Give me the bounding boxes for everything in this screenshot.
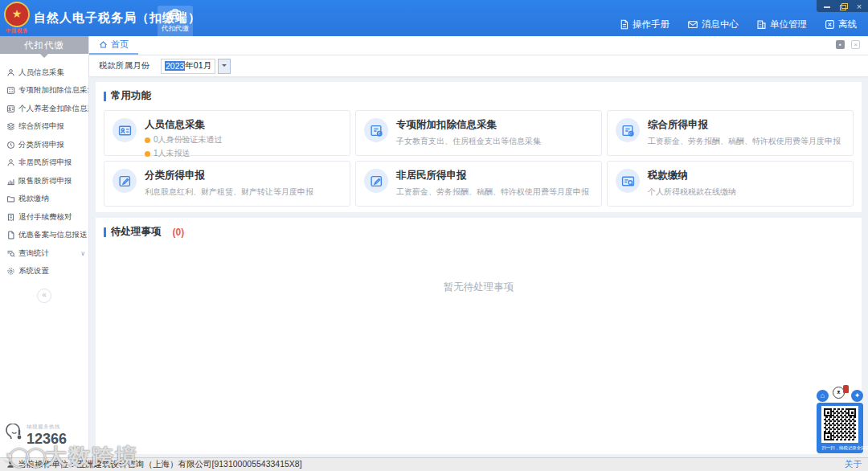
content: 常用功能 人员信息采集 0人身份验证未通过 (89, 76, 868, 457)
menu-manual[interactable]: 操作手册 (619, 18, 669, 31)
qr-caption: 扫一扫，纳税记录全知道 (822, 444, 858, 452)
tab-strip: 首页 ▪ × (89, 36, 868, 55)
function-card-grid: 人员信息采集 0人身份验证未通过 1人未报送 (104, 110, 854, 207)
window-controls: × (817, 0, 868, 12)
card-subtitle: 工资薪金、劳务报酬、稿酬、特许权使用费等月度申报 (396, 186, 589, 198)
folder-icon (6, 195, 15, 203)
restore-icon[interactable] (839, 2, 847, 10)
card-subtitle: 利息股息红利、财产租赁、财产转让等月度申报 (145, 186, 313, 198)
qr-code (821, 406, 858, 443)
section-accent-bar (104, 227, 106, 237)
floating-mascots: ⌂ ᴥ ✦ (817, 387, 863, 403)
todo-title: 待处理事项 (111, 225, 162, 239)
menu-manual-label: 操作手册 (633, 18, 669, 31)
card-title: 人员信息采集 (145, 118, 223, 132)
card-classified-income[interactable]: 分类所得申报 利息股息红利、财产租赁、财产转让等月度申报 (104, 161, 350, 207)
sidebar-item-label: 专项附加扣除信息采集 (18, 85, 88, 96)
sidebar-item-query-statistics[interactable]: 查询统计 ∨ (0, 244, 88, 263)
red-stamp-icon[interactable] (843, 385, 849, 393)
card-subtitle: 个人所得税税款在线缴纳 (648, 186, 736, 198)
card-personnel-info[interactable]: 人员信息采集 0人身份验证未通过 1人未报送 (104, 110, 350, 156)
clock-icon (6, 141, 15, 149)
current-unit-user-icon (6, 461, 14, 469)
sidebar-item-classified-income[interactable]: 分类所得申报 (0, 136, 88, 154)
filter-row: 税款所属月份 2023 年01月 (89, 55, 868, 76)
hotline-number: 12366 (27, 431, 67, 448)
qr-code-panel[interactable]: 扫一扫，纳税记录全知道 (817, 403, 863, 453)
menu-message-label: 消息中心 (702, 18, 739, 31)
todo-panel: 待处理事项 (0) 暂无待处理事项 (96, 218, 862, 454)
sidebar-collapse-button[interactable]: « (37, 289, 51, 303)
card-tax-payment[interactable]: 税款缴纳 个人所得税税款在线缴纳 (607, 161, 854, 207)
robot-assistant-icon[interactable]: ⌂ (817, 390, 829, 402)
main-area: 首页 ▪ × 税款所属月份 2023 年01月 常用功能 (89, 36, 868, 457)
sidebar-item-special-deduction[interactable]: 专项附加扣除信息采集 (0, 82, 88, 100)
deduction-list-icon (6, 86, 15, 95)
common-functions-title: 常用功能 (111, 89, 151, 103)
wallet-icon (169, 9, 182, 20)
document-icon (6, 231, 15, 240)
home-icon (99, 40, 108, 49)
sidebar-item-label: 分类所得申报 (18, 140, 64, 150)
menu-offline[interactable]: 离线 (825, 18, 857, 31)
tax-month-year-selected: 2023 (165, 61, 185, 71)
search-stats-icon (6, 249, 15, 258)
tab-home[interactable]: 首页 (89, 36, 138, 55)
current-unit-text: 当前操作单位：五洲建筑设计咨询（上海）有限公司[9131000055433415… (18, 459, 302, 470)
sidebar-item-preferential-filing[interactable]: 优惠备案与信息报送 ∨ (0, 227, 88, 245)
gear-icon (6, 267, 15, 276)
tax-month-dropdown-button[interactable] (218, 59, 231, 74)
menu-message-center[interactable]: 消息中心 (687, 18, 739, 31)
manual-book-icon (619, 19, 629, 30)
card-comprehensive-income[interactable]: 综合所得申报 工资薪金、劳务报酬、稿酬、特许权使用费等月度申报 (607, 110, 854, 156)
about-link[interactable]: 关于 (845, 459, 862, 470)
tab-close-icon[interactable]: × (851, 40, 860, 49)
minimize-icon[interactable] (823, 2, 831, 10)
qr-widget: ⌂ ᴥ ✦ 扫一扫，纳税记录全知道 (817, 387, 863, 453)
edit-pencil-icon (364, 169, 388, 193)
close-icon[interactable]: × (855, 2, 863, 10)
layers-icon (6, 122, 15, 131)
sidebar-item-refund-fee-check[interactable]: 退付手续费核对 (0, 208, 88, 227)
app-window: ★ 中国税务 自然人电子税务局（扣缴端） 代扣代缴 操作手册 消息中心 单位管理 (0, 0, 868, 471)
card-nonresident-income[interactable]: 非居民所得申报 工资薪金、劳务报酬、稿酬、特许权使用费等月度申报 (355, 161, 602, 207)
tax-month-input[interactable]: 2023 年01月 (161, 59, 215, 74)
edit-pencil-icon (113, 169, 137, 193)
module-tab-label: 代扣代缴 (158, 24, 193, 34)
menu-unit-management[interactable]: 单位管理 (756, 18, 807, 31)
sidebar-item-restricted-shares[interactable]: 限售股所得申报 (0, 172, 88, 190)
warning-dot-icon (145, 137, 150, 143)
section-accent-bar (104, 92, 106, 101)
sidebar-item-system-settings[interactable]: 系统设置 (0, 263, 88, 281)
card-coin-icon (616, 118, 640, 142)
offline-icon (825, 19, 835, 30)
sidebar: 代扣代缴 人员信息采集 专项附加扣除信息采集 个人养老金扣除信息采集 综合所得申… (0, 36, 89, 457)
card-subtitle: 子女教育支出、住房租金支出等信息采集 (396, 136, 541, 147)
service-badge-icon[interactable]: ✦ (851, 390, 863, 402)
tab-restore-icon[interactable]: ▪ (836, 40, 845, 49)
sidebar-item-tax-payment[interactable]: 税款缴纳 (0, 190, 88, 209)
bar-chart-icon (6, 177, 15, 186)
todo-empty-state: 暂无待处理事项 (104, 239, 854, 294)
tax-emblem-logo: ★ 中国税务 (3, 1, 31, 35)
sidebar-item-nonresident-income[interactable]: 非居民所得申报 (0, 154, 88, 173)
sidebar-item-pension-deduction[interactable]: 个人养老金扣除信息采集 (0, 100, 88, 118)
tax-month-label: 税款所属月份 (99, 60, 149, 72)
hotline-caption: 纳税服务热线 (27, 424, 67, 431)
sidebar-item-label: 退付手续费核对 (18, 212, 72, 223)
common-functions-panel: 常用功能 人员信息采集 0人身份验证未通过 (96, 82, 862, 212)
national-emblem-icon: ★ (4, 2, 30, 27)
tab-home-label: 首页 (111, 39, 129, 51)
envelope-icon (687, 19, 698, 30)
sidebar-item-label: 人员信息采集 (18, 68, 64, 78)
sidebar-item-comprehensive-income[interactable]: 综合所得申报 (0, 118, 88, 137)
sidebar-item-personnel-info[interactable]: 人员信息采集 (0, 63, 88, 82)
topbar-menu: 操作手册 消息中心 单位管理 离线 (619, 18, 857, 31)
common-functions-header: 常用功能 (104, 89, 854, 103)
hotline-block: 纳税服务热线 12366 (5, 424, 67, 448)
card-special-deduction[interactable]: 专项附加扣除信息采集 子女教育支出、住房租金支出等信息采集 (355, 110, 602, 156)
person-icon (6, 68, 15, 77)
module-tab-withholding[interactable]: 代扣代缴 (158, 6, 193, 36)
card-title: 专项附加扣除信息采集 (396, 118, 541, 132)
receipt-icon (6, 213, 15, 222)
